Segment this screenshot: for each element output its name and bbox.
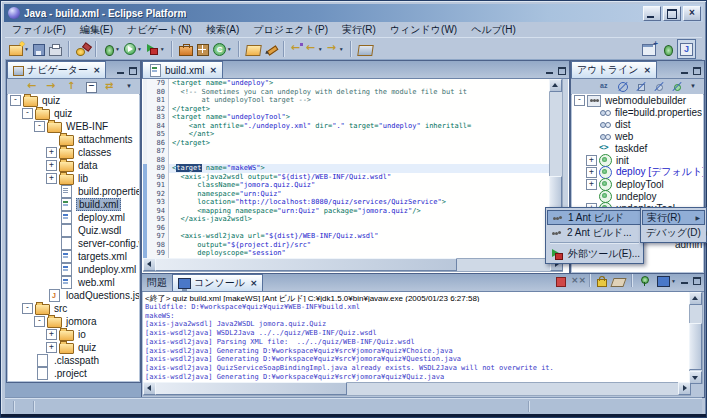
navigator-tree-item[interactable]: -quiz [8,107,139,120]
console-vscrollbar[interactable] [689,292,703,384]
expand-icon[interactable]: + [46,329,57,340]
clear-console-button[interactable] [611,273,626,288]
code-line[interactable]: 79<target name="undeploy"> [143,79,551,88]
editor-hscroll-thumb[interactable] [155,258,457,271]
editor-minimize-icon[interactable] [545,66,554,75]
code-line[interactable]: 88 [143,156,551,165]
navigator-tree-item[interactable]: -WEB-INF [8,120,139,133]
console-minimize-icon[interactable] [680,276,689,285]
perspective-java-button[interactable] [677,39,696,59]
hide-internal-button[interactable] [616,78,630,96]
editor-hscrollbar[interactable] [143,258,563,272]
view-menu-button[interactable] [124,78,136,96]
back-button[interactable]: ▼ [304,40,325,58]
navigator-tree-item[interactable]: deploy.xml [8,211,139,224]
filter-properties-button[interactable] [652,78,666,96]
outline-tree-item[interactable]: dist [572,118,703,130]
code-line[interactable]: 95 </axis-java2wsdl> [143,215,551,224]
navigator-tree-item[interactable]: +classes [8,146,139,159]
open-perspective-button[interactable] [640,40,658,58]
collapse-icon[interactable]: - [22,303,33,314]
code-line[interactable]: 97 <axis-wsdl2java url="${dist}/WEB-INF/… [143,232,551,241]
collapse-icon[interactable]: - [10,95,21,106]
console-hscroll-thumb[interactable] [155,382,347,395]
code-line[interactable]: 80 <!-- Sometimes you can undeploy with … [143,88,551,97]
new-wizard-button[interactable]: ▼ [7,40,31,58]
menubar-item[interactable]: ナビゲート(N) [120,22,199,37]
navigator-tree-item[interactable]: build.xml [8,198,139,211]
navigator-tree-item[interactable]: undeploy.xml [8,263,139,276]
pin-console-button[interactable] [638,273,653,288]
link-editor-button[interactable] [103,78,120,96]
outline-tree-item[interactable]: taskdef [572,142,703,154]
console-hscrollbar[interactable] [143,382,691,396]
outline-maximize-icon[interactable] [692,66,701,75]
save-button[interactable] [31,40,47,58]
editor-maximize-icon[interactable] [557,66,566,75]
navigator-tree-item[interactable]: +io [8,328,139,341]
navigator-minimize-icon[interactable] [116,66,125,75]
code-editor[interactable]: 79<target name="undeploy">80 <!-- Someti… [143,79,551,260]
navigator-tree-item[interactable]: .classpath [8,354,139,367]
collapse-icon[interactable]: - [34,316,45,327]
menubar-item[interactable]: ファイル(F) [5,22,73,37]
menu-item[interactable]: 外部ツール(E)... [547,246,642,261]
navigator-tree-item[interactable]: +lib [8,172,139,185]
code-line[interactable]: 96 [143,224,551,233]
scroll-up-icon[interactable] [689,292,702,305]
outline-tree-item[interactable]: +deploy [デフォルト] [572,166,703,178]
navigator-tab[interactable]: ナビゲーター × [7,61,106,78]
open-resource-button[interactable] [356,40,375,58]
edit-button[interactable] [263,40,279,58]
menu-item[interactable]: デバッグ(D)▶ [642,225,705,240]
code-line[interactable]: 90 <axis-java2wsdl output="${dist}/WEB-I… [143,173,551,182]
code-line[interactable]: 82</target> [143,105,551,114]
close-button[interactable]: × [683,6,701,21]
outline-tab[interactable]: アウトライン × [571,61,657,78]
navigator-close-icon[interactable]: × [93,65,101,75]
navigator-tree-item[interactable]: loadQuestions.jsp [8,289,139,302]
navigator-tree-item[interactable]: attachments [8,133,139,146]
expand-icon[interactable]: + [586,167,597,178]
new-java-project-button[interactable] [177,40,195,58]
menu-item[interactable]: 1 Ant ビルド [547,210,642,225]
menubar-item[interactable]: 実行(R) [335,22,383,37]
expand-icon[interactable]: + [46,173,57,184]
navigator-tree-item[interactable]: +data [8,159,139,172]
expand-icon[interactable]: + [46,342,57,353]
code-line[interactable]: 99 deployscope="session" [143,249,551,258]
code-line[interactable]: 94 <mapping namespace="urn:Quiz" package… [143,207,551,216]
collapse-icon[interactable]: - [34,121,45,132]
expand-icon[interactable]: + [586,155,597,166]
code-line[interactable]: 87 [143,147,551,156]
navigator-tree-item[interactable]: web.xml [8,276,139,289]
menu-item[interactable]: 2 Ant ビルド... [547,225,642,240]
remove-launches-button[interactable] [570,273,584,288]
last-edit-button[interactable] [289,40,304,58]
collapse-icon[interactable]: - [574,95,585,106]
filter-targets-button[interactable] [670,78,684,96]
code-line[interactable]: 83<target name="undeployTool"> [143,113,551,122]
navigator-tree-item[interactable]: targets.xml [8,250,139,263]
outline-tree-item[interactable]: web [572,130,703,142]
console-maximize-icon[interactable] [692,276,701,285]
navigator-tree-item[interactable]: build.properties [8,185,139,198]
collapse-all-button[interactable] [84,78,99,96]
outline-tree-item[interactable]: undeploy [572,190,703,202]
console-close-icon[interactable]: × [250,278,258,288]
terminate-button[interactable] [555,273,567,288]
menu-item[interactable]: 実行(R)▶ [642,210,705,225]
console-tab-console[interactable]: コンソール× [172,274,263,291]
navigator-tree-item[interactable]: -jomora [8,315,139,328]
external-tools-button[interactable]: ▼ [144,40,167,58]
code-line[interactable]: 85 </ant> [143,130,551,139]
code-line[interactable]: 98 output="${project.dir}/src" [143,241,551,250]
code-line[interactable]: 91 className="jomora.quiz.Quiz" [143,181,551,190]
menubar-item[interactable]: プロジェクト(P) [246,22,335,37]
run-button[interactable]: ▼ [122,40,144,58]
outline-minimize-icon[interactable] [680,66,689,75]
collapse-icon[interactable]: - [22,108,33,119]
minimize-button[interactable] [643,6,661,21]
open-file-button[interactable] [244,40,263,58]
menubar-item[interactable]: 検索(A) [199,22,246,37]
